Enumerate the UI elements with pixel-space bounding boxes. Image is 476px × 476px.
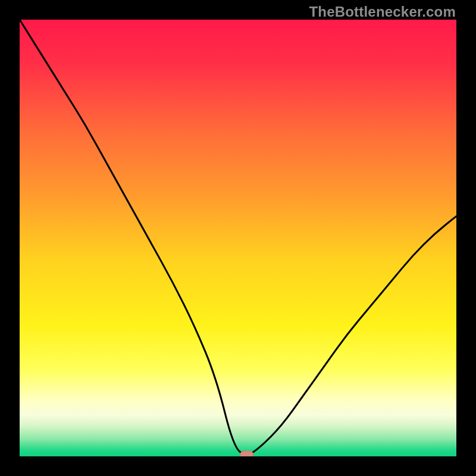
optimal-point-marker (240, 451, 253, 456)
plot-area (20, 20, 456, 456)
chart-svg (20, 20, 456, 456)
gradient-background (20, 20, 456, 456)
chart-frame: TheBottlenecker.com (0, 0, 476, 476)
watermark-text: TheBottlenecker.com (309, 4, 456, 20)
